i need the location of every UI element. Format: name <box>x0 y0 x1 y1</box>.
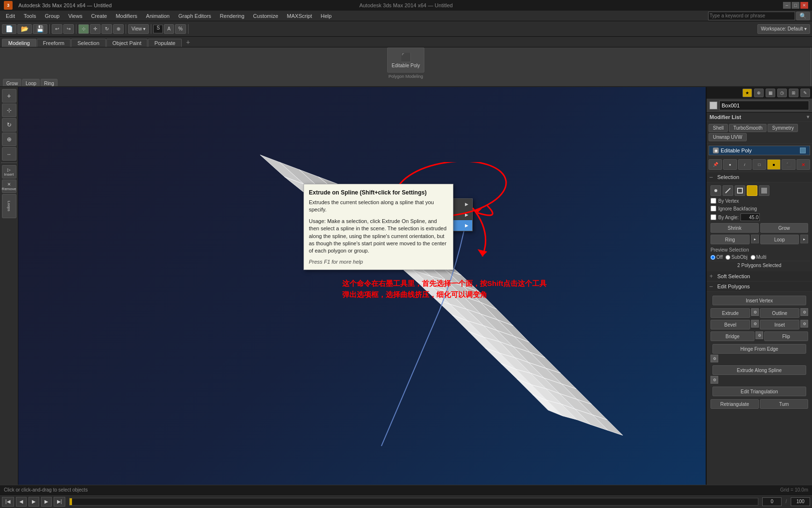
element-mode-button[interactable]: ⬛ <box>782 159 795 170</box>
percent-snap[interactable]: % <box>175 24 186 34</box>
undo-button[interactable]: ↩ <box>52 24 62 34</box>
search-button[interactable]: 🔍 <box>796 12 810 20</box>
extrude-settings-button[interactable]: ⚙ <box>751 308 759 316</box>
rp-icon-4[interactable]: ◷ <box>777 89 787 97</box>
viewport[interactable]: [ + ] [Perspective] [Realistic] <box>18 87 706 485</box>
move-button[interactable]: ✛ <box>90 24 101 34</box>
pin-stack-button[interactable]: 📌 <box>709 159 722 170</box>
rp-icon-1[interactable]: ★ <box>742 89 752 97</box>
minimize-button[interactable]: – <box>783 2 791 9</box>
left-tool-3[interactable]: ↻ <box>2 118 16 132</box>
snap-toggle[interactable]: S <box>153 25 163 33</box>
help-search-input[interactable] <box>708 12 795 20</box>
element-sel-icon[interactable] <box>759 185 769 196</box>
del-mod-button[interactable]: ✕ <box>797 159 810 170</box>
editable-poly-button[interactable]: ⬛ Editable Poly <box>387 47 424 73</box>
poly-mode-button[interactable]: ■ <box>767 159 781 170</box>
ignore-backfacing-checkbox[interactable] <box>710 206 716 211</box>
border-mode-button[interactable]: □ <box>753 159 766 170</box>
menu-views[interactable]: Views <box>64 12 86 20</box>
turbosmooth-mod-button[interactable]: TurboSmooth <box>729 124 767 132</box>
rp-icon-2[interactable]: ⊕ <box>754 89 764 97</box>
rotate-button[interactable]: ↻ <box>102 24 112 34</box>
by-vertex-checkbox[interactable] <box>710 198 716 204</box>
extrude-poly-button[interactable]: Extrude <box>710 308 750 318</box>
ribbon-tab-freeform[interactable]: Freeform <box>37 39 71 47</box>
editable-poly-stack-item[interactable]: ◉ Editable Poly <box>709 146 810 155</box>
left-tool-2[interactable]: ⊹ <box>2 104 16 117</box>
ep-visibility-icon[interactable]: ◉ <box>713 148 719 153</box>
extrude-along-spline-settings-button[interactable]: ⚙ <box>710 376 718 384</box>
preview-multi-radio[interactable] <box>751 255 755 260</box>
soft-selection-section-header[interactable]: + Soft Selection <box>707 271 812 282</box>
menu-customize[interactable]: Customize <box>249 12 282 20</box>
bevel-poly-button[interactable]: Bevel <box>710 320 750 329</box>
selection-ring-button[interactable]: Ring <box>710 235 750 244</box>
ring-button[interactable]: Ring <box>41 79 58 87</box>
select-button[interactable]: ⊹ <box>78 24 89 34</box>
menu-edit[interactable]: Edit <box>2 12 19 20</box>
edge-mode-button[interactable]: / <box>738 159 752 170</box>
menu-modifiers[interactable]: Modifiers <box>112 12 141 20</box>
extrude-along-spline-button[interactable]: Extrude Along Spline <box>712 365 806 375</box>
scale-button[interactable]: ⊕ <box>113 24 124 34</box>
tl-next-key[interactable]: ▶| <box>54 497 66 507</box>
unwrap-uvw-mod-button[interactable]: Unwrap UVW <box>709 133 747 141</box>
by-angle-checkbox[interactable] <box>710 214 716 220</box>
redo-button[interactable]: ↪ <box>63 24 74 34</box>
rp-icon-6[interactable]: ✎ <box>800 89 810 97</box>
turn-poly-button[interactable]: Turn <box>760 399 808 409</box>
outline-settings-button[interactable]: ⚙ <box>800 308 808 316</box>
ribbon-tab-selection[interactable]: Selection <box>71 39 105 47</box>
outline-poly-button[interactable]: Outline <box>760 308 799 318</box>
menu-animation[interactable]: Animation <box>142 12 174 20</box>
grow-button[interactable]: Grow <box>3 79 21 87</box>
ring-arrow-button[interactable]: ▸ <box>751 235 759 243</box>
hinge-from-edge-button[interactable]: Hinge From Edge <box>712 344 806 354</box>
angle-snap[interactable]: A <box>164 24 174 34</box>
tl-next-frame[interactable]: ▶ <box>41 497 52 507</box>
edge-sel-icon[interactable] <box>723 185 733 196</box>
edit-polygons-section-header[interactable]: – Edit Polygons <box>707 282 812 292</box>
open-button[interactable]: 📂 <box>17 24 32 34</box>
object-name-input[interactable] <box>719 101 809 110</box>
maximize-button[interactable]: □ <box>792 2 799 9</box>
bridge-poly-button[interactable]: Bridge <box>710 331 754 341</box>
selection-shrink-button[interactable]: Shrink <box>710 223 759 233</box>
tl-prev-key[interactable]: |◀ <box>2 497 14 507</box>
tl-prev-frame[interactable]: ◀ <box>16 497 27 507</box>
hinge-settings-button[interactable]: ⚙ <box>710 355 718 362</box>
preview-subobj-radio[interactable] <box>725 255 730 260</box>
remove-button[interactable]: ✕Remove <box>2 179 16 193</box>
rp-icon-5[interactable]: ⊞ <box>789 89 798 97</box>
loop-arrow-button[interactable]: ▸ <box>800 235 808 243</box>
vertex-sel-icon[interactable] <box>710 185 721 196</box>
retriangulate-button[interactable]: Retriangulate <box>710 399 759 409</box>
inset-poly-button[interactable]: Inset <box>760 320 799 329</box>
menu-rendering[interactable]: Rendering <box>216 12 248 20</box>
frame-number-input[interactable] <box>762 497 782 506</box>
timeline-bar[interactable] <box>69 498 758 506</box>
left-tool-5[interactable]: ↔ <box>2 147 16 161</box>
ribbon-tab-add[interactable]: + <box>182 37 194 47</box>
close-button[interactable]: ✕ <box>800 2 808 9</box>
preview-subobj-label[interactable]: SubObj <box>725 254 747 260</box>
workspace-select[interactable]: Workspace: Default ▾ <box>757 24 810 34</box>
save-button[interactable]: 💾 <box>33 24 47 34</box>
bridge-settings-button[interactable]: ⚙ <box>755 331 763 339</box>
menu-group[interactable]: Group <box>41 12 64 20</box>
shell-mod-button[interactable]: Shell <box>709 124 728 132</box>
insert-button[interactable]: ▷Insert <box>2 165 16 179</box>
object-color-swatch[interactable] <box>710 102 717 109</box>
inset-settings-button[interactable]: ⚙ <box>800 320 808 328</box>
bevel-settings-button[interactable]: ⚙ <box>751 320 759 328</box>
vertex-mode-button[interactable]: ● <box>723 159 737 170</box>
menu-help[interactable]: Help <box>317 12 336 20</box>
preview-off-radio[interactable] <box>710 255 715 260</box>
total-frames-input[interactable] <box>791 497 810 506</box>
preview-multi-label[interactable]: Multi <box>751 254 767 260</box>
preview-off-label[interactable]: Off <box>710 254 723 260</box>
new-button[interactable]: 📄 <box>2 24 16 34</box>
border-sel-icon[interactable] <box>735 185 745 196</box>
symmetry-mod-button[interactable]: Symmetry <box>768 124 798 132</box>
